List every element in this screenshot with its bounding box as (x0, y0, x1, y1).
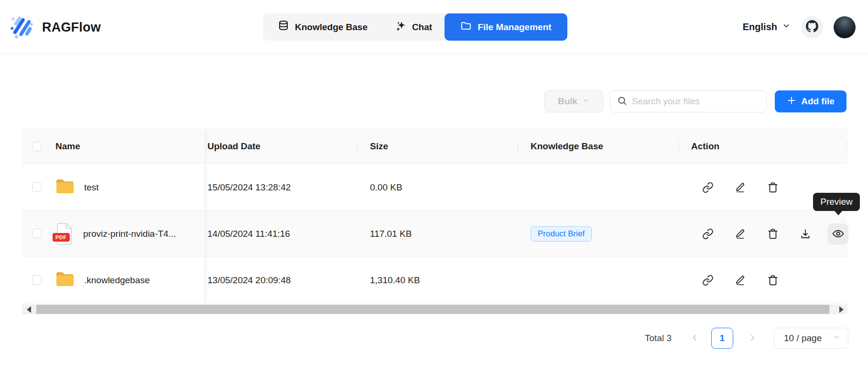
folder-yellow-icon (55, 178, 75, 197)
upload-date-cell: 14/05/2024 11:41:16 (207, 211, 290, 257)
trash-icon[interactable] (762, 177, 783, 198)
tab-label: File Management (477, 22, 551, 33)
edit-icon[interactable] (730, 270, 751, 291)
edit-icon[interactable] (730, 223, 751, 244)
tab-file-management[interactable]: File Management (445, 13, 567, 41)
sparkle-icon (395, 20, 406, 34)
row-checkbox[interactable] (32, 182, 42, 192)
database-icon (278, 20, 289, 34)
chevron-down-icon (833, 333, 840, 344)
bulk-label: Bulk (558, 96, 577, 107)
tab-chat[interactable]: Chat (382, 13, 445, 41)
file-name: proviz-print-nvidia-T4... (83, 229, 176, 239)
avatar[interactable] (834, 16, 856, 38)
search-icon (617, 96, 627, 108)
row-checkbox[interactable] (32, 275, 42, 285)
pagination-total: Total 3 (645, 333, 672, 344)
trash-icon[interactable] (762, 270, 783, 291)
ragflow-app: RAGFlow Knowledge Base (0, 0, 868, 388)
tooltip-caret (834, 211, 843, 215)
chevron-down-icon (582, 96, 590, 107)
header-divider (846, 140, 847, 153)
file-name-cell[interactable]: .knowledgebase (55, 257, 150, 303)
app-header: RAGFlow Knowledge Base (0, 0, 868, 54)
upload-date-cell: 15/05/2024 13:28:42 (207, 164, 291, 211)
trash-icon[interactable] (762, 223, 783, 244)
pagination-prev-icon[interactable] (690, 333, 700, 344)
file-name: .knowledgebase (84, 275, 150, 286)
table-row: .knowledgebase 13/05/2024 20:09:48 1,310… (22, 257, 847, 303)
pinned-column-divider (205, 129, 205, 303)
header-divider (678, 140, 679, 153)
column-header-size: Size (370, 129, 388, 164)
link-icon[interactable] (697, 270, 718, 291)
download-icon[interactable] (795, 223, 816, 244)
preview-tooltip: Preview (813, 193, 860, 211)
search-files-box (610, 90, 767, 112)
column-header-knowledge-base: Knowledge Base (531, 129, 603, 164)
pagination-page-1[interactable]: 1 (711, 328, 733, 349)
page-size-select[interactable]: 10 / page (774, 328, 848, 349)
pdf-file-icon: PDF (55, 223, 74, 245)
eye-preview-icon[interactable] (827, 223, 848, 244)
folder-yellow-icon (55, 271, 75, 289)
file-name: test (84, 182, 99, 193)
column-header-upload-date: Upload Date (207, 129, 260, 164)
language-selector[interactable]: English (743, 22, 791, 33)
file-name-cell[interactable]: PDF proviz-print-nvidia-T4... (55, 211, 176, 257)
github-button[interactable] (801, 16, 823, 38)
bulk-dropdown-button[interactable]: Bulk (544, 90, 603, 112)
select-all-checkbox[interactable] (32, 142, 42, 151)
knowledge-base-cell: Product Brief (531, 211, 592, 257)
size-cell: 0.00 KB (370, 164, 402, 211)
size-cell: 117.01 KB (370, 211, 412, 257)
size-cell: 1,310.40 KB (370, 257, 420, 303)
scrollbar-thumb[interactable] (36, 305, 829, 314)
ragflow-logo-icon (9, 13, 34, 41)
link-icon[interactable] (697, 177, 718, 198)
pdf-badge: PDF (53, 233, 70, 242)
actions-cell (697, 211, 848, 257)
add-file-label: Add file (801, 96, 835, 107)
github-icon (806, 20, 818, 34)
brand-name: RAGFlow (42, 20, 101, 35)
language-label: English (743, 22, 777, 33)
link-icon[interactable] (697, 223, 718, 244)
table-row: PDF proviz-print-nvidia-T4... 14/05/2024… (22, 211, 847, 257)
brand[interactable]: RAGFlow (9, 13, 101, 41)
edit-icon[interactable] (730, 177, 751, 198)
knowledge-base-tag[interactable]: Product Brief (531, 226, 592, 242)
pagination-next-icon[interactable] (748, 333, 757, 344)
plus-icon (787, 96, 796, 108)
upload-date-cell: 13/05/2024 20:09:48 (207, 257, 291, 303)
table-header-row: Name Upload Date Size Knowledge Base Act… (22, 129, 847, 164)
search-input[interactable] (632, 96, 760, 107)
chevron-down-icon (782, 22, 791, 33)
horizontal-scrollbar[interactable] (22, 304, 847, 314)
main-nav: Knowledge Base Chat File (263, 13, 567, 41)
column-header-name: Name (55, 129, 80, 164)
column-header-action: Action (691, 129, 719, 164)
actions-cell (697, 164, 783, 211)
row-checkbox[interactable] (32, 229, 42, 238)
scroll-left-arrow[interactable] (22, 304, 35, 314)
files-table: Name Upload Date Size Knowledge Base Act… (22, 129, 847, 303)
header-divider (518, 140, 518, 153)
header-right: English (743, 13, 856, 41)
tab-label: Knowledge Base (295, 22, 368, 33)
scroll-right-arrow[interactable] (835, 304, 847, 314)
tab-knowledge-base[interactable]: Knowledge Base (263, 13, 382, 41)
actions-cell (697, 257, 783, 303)
file-name-cell[interactable]: test (55, 164, 99, 211)
page-size-label: 10 / page (784, 333, 822, 344)
add-file-button[interactable]: Add file (775, 90, 846, 112)
pagination: Total 3 1 10 / page (0, 328, 856, 349)
folder-icon (460, 20, 472, 34)
header-divider (357, 140, 358, 153)
preview-tooltip-text: Preview (820, 197, 853, 207)
table-row: test 15/05/2024 13:28:42 0.00 KB (22, 164, 847, 211)
tab-label: Chat (412, 22, 432, 33)
